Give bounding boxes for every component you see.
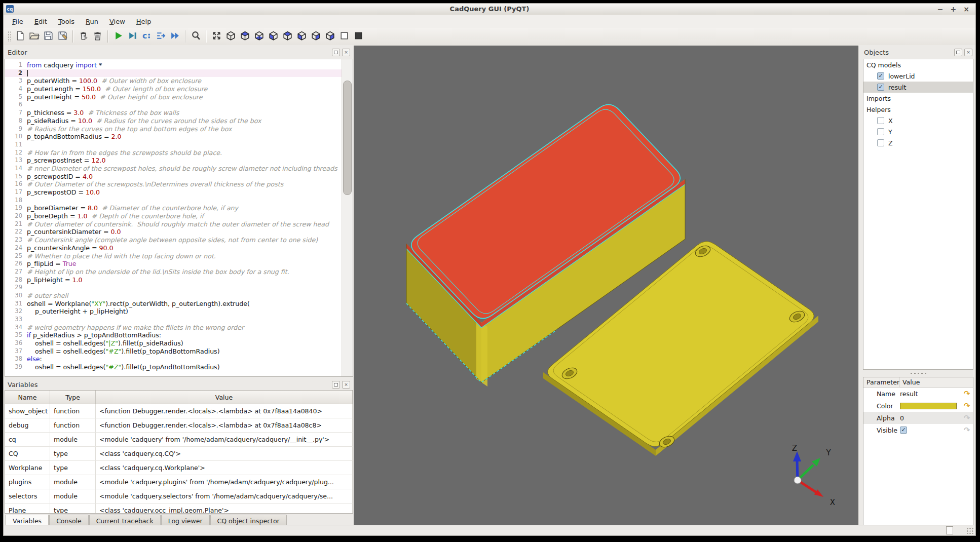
new-file-button[interactable] [13, 30, 26, 43]
cube-iso-button[interactable] [224, 30, 237, 43]
continue-button[interactable] [168, 30, 181, 43]
cube-front-button[interactable] [267, 30, 280, 43]
objects-close-icon[interactable]: × [964, 49, 972, 56]
save-as-button[interactable] [56, 30, 69, 43]
code-line[interactable]: 8p_sideRadius = 10.0 # Radius for the cu… [5, 117, 342, 125]
code-line[interactable]: 19p_boreDiameter = 8.0 # Diameter of the… [5, 204, 342, 212]
parameter-value[interactable] [896, 403, 957, 409]
step-into-button[interactable]: c [140, 30, 153, 43]
editor-close-icon[interactable]: × [342, 49, 350, 56]
trash-button[interactable] [91, 30, 104, 43]
minimize-button[interactable]: − [937, 5, 944, 14]
code-editor[interactable]: 1from cadquery import *23p_outerWidth = … [5, 59, 353, 377]
checkbox-z[interactable] [877, 139, 884, 146]
code-line[interactable]: 3p_outerWidth = 100.0 # Outer width of b… [5, 77, 342, 85]
code-line[interactable]: 35if p_sideRadius > p_topAndBottomRadius… [5, 331, 342, 339]
code-line[interactable]: 22p_countersinkDiameter = 0.0 [5, 228, 342, 236]
parameter-value[interactable]: result [896, 390, 918, 398]
code-line[interactable]: 32 p_outerHeight + p_lipHeight) [5, 307, 342, 316]
code-line[interactable]: 25# Whether to place the lid with the to… [5, 252, 342, 260]
menu-view[interactable]: View [104, 17, 131, 26]
table-row[interactable]: debugfunction<function Debugger.render.<… [5, 418, 353, 433]
run-button[interactable] [111, 30, 125, 43]
table-row[interactable]: Workplanetype<class 'cadquery.cq.Workpla… [5, 461, 353, 475]
fit-all-button[interactable] [210, 30, 223, 43]
code-line[interactable]: 34# weird geometry happens if we make th… [5, 324, 342, 332]
cube-bottom-button[interactable] [252, 30, 266, 43]
code-line[interactable]: 11 [5, 141, 342, 149]
checkbox-y[interactable] [877, 128, 884, 135]
checkbox-result[interactable]: ✓ [877, 84, 884, 91]
code-line[interactable]: 7p_thickness = 3.0 # Thickness of the bo… [5, 109, 342, 117]
cube-back-button[interactable] [281, 30, 294, 43]
code-line[interactable]: 37 oshell = oshell.edges("#Z").fillet(p_… [5, 347, 342, 356]
code-line[interactable]: 28p_lipHeight = 1.0 [5, 276, 342, 284]
object-lowerlid[interactable]: ✓lowerLid [863, 70, 973, 82]
cube-iso2-button[interactable] [323, 30, 336, 43]
close-button[interactable]: × [963, 5, 969, 14]
code-line[interactable]: 33 [5, 316, 342, 324]
table-row[interactable]: Planetype<class 'cadquery.occ_impl.geom.… [5, 504, 353, 514]
code-line[interactable]: 31oshell = Workplane("XY").rect(p_outerW… [5, 300, 342, 308]
code-line[interactable]: 4p_outerLength = 150.0 # Outer length of… [5, 85, 342, 93]
save-button[interactable] [42, 30, 55, 43]
checkbox-lowerlid[interactable]: ✓ [877, 72, 884, 80]
menu-edit[interactable]: Edit [29, 17, 53, 26]
delete-edit-button[interactable] [77, 30, 90, 43]
sidebar-splitter[interactable] [861, 370, 975, 376]
code-line[interactable]: 30# outer shell [5, 292, 342, 300]
table-row[interactable]: selectorsmodule<module 'cadquery.selecto… [5, 489, 353, 504]
table-row[interactable]: pluginsmodule<module 'cadquery.plugins' … [5, 475, 353, 489]
code-line[interactable]: 20p_boreDepth = 1.0 # Depth of the count… [5, 212, 342, 220]
code-line[interactable]: 12# How far in from the edges the screwp… [5, 149, 342, 157]
code-line[interactable]: 26p_flipLid = True [5, 260, 342, 268]
table-row[interactable]: CQtype<class 'cadquery.cq.CQ'> [5, 447, 353, 461]
editor-scrollbar[interactable] [342, 59, 353, 376]
code-line[interactable]: 10p_topAndBottomRadius = 2.0 [5, 133, 342, 141]
code-line[interactable]: 21# Outer diameter of countersink. Shoul… [5, 220, 342, 228]
tree-group-imports[interactable]: Imports [863, 93, 973, 104]
code-line[interactable]: 39 oshell = oshell.edges("#Z").fillet(p_… [5, 363, 342, 371]
object-x[interactable]: X [863, 115, 973, 126]
code-line[interactable]: 17p_screwpostOD = 10.0 [5, 188, 342, 197]
code-line[interactable]: 14# nner Diameter of the screwpost holes… [5, 165, 342, 173]
zoom-fit-button[interactable] [189, 30, 202, 43]
step-over-button[interactable] [154, 30, 167, 43]
code-line[interactable]: 24p_countersinkAngle = 90.0 [5, 244, 342, 252]
code-line[interactable]: 13p_screwpostInset = 12.0 [5, 157, 342, 165]
undo-icon[interactable]: ↶ [964, 401, 970, 410]
debug-step-button[interactable] [126, 30, 139, 43]
editor-scrollbar-thumb[interactable] [343, 81, 352, 195]
view-wireframe-button[interactable] [337, 30, 351, 43]
parameter-value[interactable]: 0 [896, 414, 904, 422]
3d-viewport[interactable]: ZYX [354, 46, 858, 527]
undo-icon[interactable]: ↶ [964, 389, 970, 398]
code-line[interactable]: 6 [5, 101, 342, 109]
variables-close-icon[interactable]: × [342, 381, 350, 389]
open-folder-button[interactable] [27, 30, 41, 43]
cube-left-button[interactable] [295, 30, 308, 43]
cube-top-button[interactable] [238, 30, 251, 43]
code-line[interactable]: 36 oshell = oshell.edges("|Z").fillet(p_… [5, 339, 342, 347]
code-line[interactable]: 15p_screwpostID = 4.0 [5, 173, 342, 181]
editor-float-icon[interactable] [332, 49, 340, 56]
code-line[interactable]: 2 [5, 69, 342, 78]
code-line[interactable]: 29 [5, 284, 342, 292]
code-line[interactable]: 1from cadquery import * [5, 61, 342, 69]
menu-tools[interactable]: Tools [53, 17, 80, 26]
parameter-value[interactable]: ✓ [896, 427, 907, 434]
visible-checkbox[interactable]: ✓ [900, 427, 907, 434]
code-line[interactable]: 18 [5, 197, 342, 205]
table-row[interactable]: show_objectfunction<function Debugger.re… [5, 404, 353, 418]
code-line[interactable]: 38else: [5, 355, 342, 363]
toolbar-drag-handle[interactable] [8, 31, 11, 42]
color-swatch[interactable] [900, 403, 957, 409]
variables-float-icon[interactable] [332, 381, 340, 389]
code-line[interactable]: 5p_outerHeight = 50.0 # Outer height of … [5, 93, 342, 101]
code-line[interactable]: 23# Countersink angle (complete angle be… [5, 236, 342, 244]
resize-grip[interactable] [966, 527, 973, 534]
code-line[interactable]: 9# Radius for the curves on the top and … [5, 125, 342, 133]
object-result[interactable]: ✓result [863, 82, 973, 93]
menu-run[interactable]: Run [80, 17, 104, 26]
object-z[interactable]: Z [863, 137, 973, 148]
